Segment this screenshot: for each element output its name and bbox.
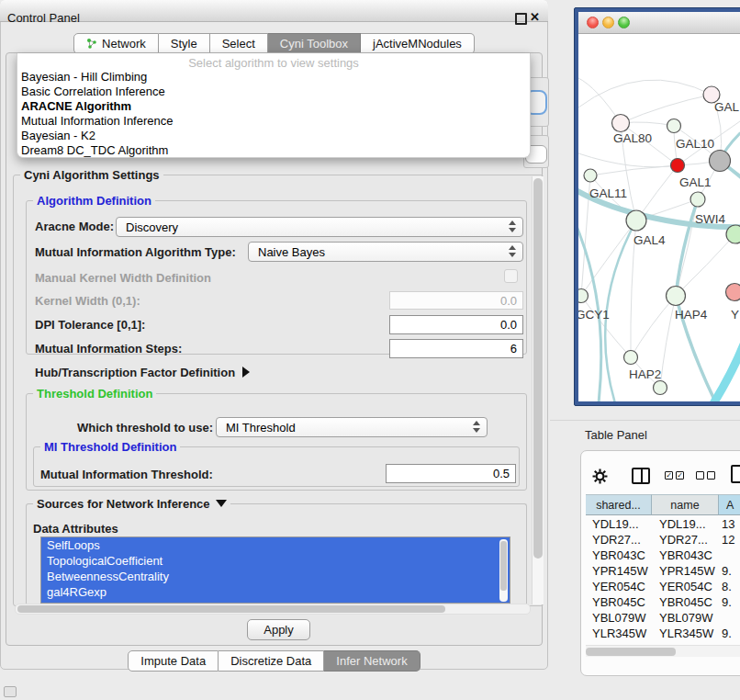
table-header-shared-name[interactable]: shared... <box>586 494 652 515</box>
network-edge[interactable] <box>581 220 636 296</box>
table-row[interactable]: YBR043CYBR043C <box>586 548 740 563</box>
algorithm-option[interactable]: ARACNE Algorithm <box>17 99 530 114</box>
bottom-tab-impute-data[interactable]: Impute Data <box>128 650 219 672</box>
zoom-traffic-light-icon[interactable] <box>618 17 630 28</box>
table-row[interactable]: YDR27...YDR27...12 <box>586 532 740 548</box>
table-row[interactable]: YDL19...YDL19...13 <box>586 516 740 532</box>
network-node-hap4[interactable] <box>667 287 686 306</box>
table-cell: YDR27... <box>659 532 720 548</box>
mi-type-combo[interactable]: Naive Bayes <box>248 242 523 262</box>
table-row[interactable]: YLR345WYLR345W9. <box>586 626 740 641</box>
dpi-tolerance-field[interactable]: 0.0 <box>389 315 523 334</box>
network-edge[interactable] <box>712 344 740 401</box>
aracne-mode-combo[interactable]: Discovery <box>116 217 523 237</box>
network-edge[interactable] <box>660 296 676 388</box>
close-icon[interactable]: ✕ <box>530 10 540 24</box>
tab-label: Impute Data <box>140 654 206 668</box>
float-window-icon[interactable] <box>515 13 527 25</box>
select-all-checkboxes-icon[interactable]: ✓✓ <box>665 471 687 488</box>
data-attribute-item[interactable]: BetweennessCentrality <box>41 569 510 584</box>
settings-scrollbar-track[interactable] <box>532 176 544 604</box>
minimize-traffic-light-icon[interactable] <box>602 17 614 28</box>
tab-cyni-toolbox[interactable]: Cyni Toolbox <box>268 33 361 54</box>
hub-definition-toggle[interactable]: Hub/Transcription Factor Definition <box>35 366 250 379</box>
table-header-col3[interactable]: A <box>719 494 740 515</box>
table-cell: 9 <box>722 641 740 644</box>
network-node-y[interactable] <box>726 284 740 301</box>
table-cell: YPR145W <box>592 563 651 579</box>
network-node-label: HAP4 <box>675 308 708 322</box>
table-row[interactable]: YIL052CYIL052C9 <box>586 641 740 644</box>
network-node-gal10[interactable] <box>667 119 681 133</box>
export-table-icon[interactable] <box>731 465 740 483</box>
dpi-tolerance-label: DPI Tolerance [0,1]: <box>35 318 145 332</box>
network-edge[interactable] <box>621 95 712 123</box>
kernel-width-field[interactable]: 0.0 <box>389 291 523 310</box>
attributes-scrollbar-track[interactable] <box>499 539 508 602</box>
network-window-titlebar[interactable] <box>578 12 740 34</box>
tab-label: Discretize Data <box>230 654 311 668</box>
deselect-all-checkboxes-icon[interactable] <box>696 471 718 488</box>
data-attribute-item[interactable]: SelfLoops <box>41 537 510 553</box>
table-row[interactable]: YER054CYER054C8. <box>586 579 740 594</box>
which-threshold-combo[interactable]: MI Threshold <box>216 417 488 437</box>
tab-style[interactable]: Style <box>159 33 210 54</box>
algorithm-definition-title: Algorithm Definition <box>33 194 155 208</box>
attributes-scrollbar-thumb[interactable] <box>500 541 507 591</box>
apply-button[interactable]: Apply <box>247 619 310 640</box>
network-node[interactable] <box>710 151 731 172</box>
network-canvas[interactable]: GALGAL80GAL10GAL1GAL11GAL4SWI4GCY1HAP4YH… <box>578 34 740 401</box>
table-cell: YIL052C <box>592 641 651 644</box>
manual-kernel-width-checkbox[interactable] <box>504 269 518 283</box>
table-settings-gear-icon[interactable] <box>592 469 608 488</box>
settings-hscrollbar-thumb[interactable] <box>17 605 445 613</box>
data-attribute-item[interactable]: TopologicalCoefficient <box>41 553 510 569</box>
close-traffic-light-icon[interactable] <box>587 17 599 28</box>
network-node-gal80[interactable] <box>612 115 630 132</box>
settings-hscrollbar-track[interactable] <box>15 604 531 615</box>
bottom-tab-discretize-data[interactable]: Discretize Data <box>219 650 324 672</box>
taskbar-corner-icon[interactable] <box>4 686 17 697</box>
sources-title: Sources for Network Inference <box>37 497 210 511</box>
tab-select[interactable]: Select <box>210 33 268 54</box>
table-hscrollbar-thumb[interactable] <box>586 648 676 656</box>
table-cell: 12 <box>722 532 740 548</box>
network-graph[interactable]: GALGAL80GAL10GAL1GAL11GAL4SWI4GCY1HAP4YH… <box>578 34 740 401</box>
data-attribute-item[interactable]: gal4RGexp <box>41 584 510 600</box>
table-cell: YBR043C <box>592 548 651 563</box>
algorithm-option[interactable]: Basic Correlation Inference <box>17 85 530 99</box>
mi-steps-label: Mutual Information Steps: <box>35 342 182 356</box>
network-node-gal11[interactable] <box>584 169 597 182</box>
tab-label: Cyni Toolbox <box>280 37 348 51</box>
network-node-gal4[interactable] <box>626 210 646 231</box>
network-node-label: GCY1 <box>578 308 610 322</box>
network-edge[interactable] <box>578 153 678 167</box>
network-node[interactable] <box>654 381 667 395</box>
tab-network[interactable]: Network <box>73 33 159 54</box>
algorithm-option[interactable]: Mutual Information Inference <box>17 114 530 129</box>
network-node-gcy1[interactable] <box>578 289 589 303</box>
network-node-hap2[interactable] <box>624 351 638 365</box>
algorithm-option[interactable]: Bayesian - K2 <box>17 129 530 143</box>
tab-label: Style <box>171 37 197 51</box>
network-node[interactable] <box>726 225 740 243</box>
table-row[interactable]: YBR045CYBR045C9. <box>586 594 740 610</box>
algorithm-option[interactable]: Dream8 DC_TDC Algorithm <box>17 143 530 158</box>
show-columns-icon[interactable] <box>632 468 650 484</box>
bottom-tabbar: Impute DataDiscretize DataInfer Network <box>0 650 548 672</box>
table-row[interactable]: YPR145WYPR145W9. <box>586 563 740 579</box>
data-attributes-label: Data Attributes <box>33 522 118 536</box>
table-row[interactable]: YBL079WYBL079W <box>586 610 740 626</box>
mi-threshold-field[interactable]: 0.5 <box>386 464 516 483</box>
network-node-gal1[interactable] <box>671 159 685 173</box>
bottom-tab-infer-network[interactable]: Infer Network <box>324 650 420 672</box>
sources-toggle[interactable]: Sources for Network Inference <box>33 497 230 511</box>
table-header-name[interactable]: name <box>652 494 719 515</box>
mi-threshold-label: Mutual Information Threshold: <box>40 468 213 481</box>
settings-scrollbar-thumb[interactable] <box>533 178 543 559</box>
network-node-swi4[interactable] <box>690 192 705 207</box>
algorithm-option[interactable]: Bayesian - Hill Climbing <box>17 70 530 85</box>
tab-jactivemnodules[interactable]: jActiveMNodules <box>361 33 475 54</box>
table-hscrollbar-track[interactable] <box>586 645 740 657</box>
mi-steps-field[interactable]: 6 <box>389 339 523 358</box>
